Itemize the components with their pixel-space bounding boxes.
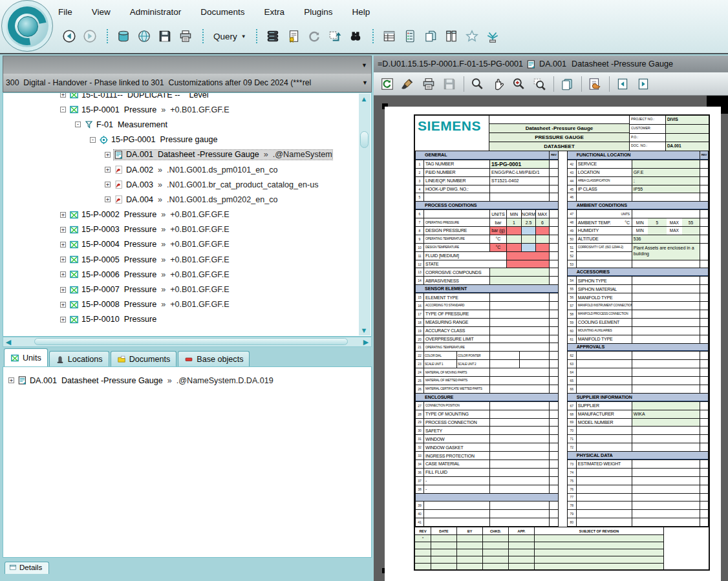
tree-item[interactable]: +15-P-0006 Pressure » +0.B01.GF.GF.E xyxy=(3,267,358,282)
expand-toggle[interactable]: + xyxy=(60,317,66,322)
tree-item-body[interactable]: 15-P-0006 Pressure » +0.B01.GF.GF.E xyxy=(69,269,230,279)
star-button[interactable] xyxy=(464,28,481,45)
tree-item[interactable]: +DA.004 » .N01.G001.ds_pm0202_en_co xyxy=(3,192,358,207)
expand-toggle[interactable]: + xyxy=(105,152,111,158)
tree-item-body[interactable]: DA.001 Datasheet -Pressure Gauge » .@Nam… xyxy=(114,150,332,160)
refreshpage-button[interactable] xyxy=(380,76,396,92)
menu-administrator[interactable]: Administrator xyxy=(129,6,183,18)
tree-item[interactable]: +DA.001 Datasheet -Pressure Gauge » .@Na… xyxy=(3,147,358,162)
tree-item[interactable]: +15-P-0004 Pressure » +0.B01.GF.GF.E xyxy=(3,237,358,252)
tree-item[interactable]: +15-P-0007 Pressure » +0.B01.GF.GF.E xyxy=(3,282,358,297)
tab-documents[interactable]: Documents xyxy=(111,351,177,366)
hand-button[interactable] xyxy=(490,76,507,92)
expand-toggle[interactable]: + xyxy=(105,167,111,173)
scroll-right-icon[interactable]: ▶ xyxy=(361,337,371,347)
scroll-up-icon[interactable]: ▲ xyxy=(359,94,369,104)
globe-button[interactable] xyxy=(136,28,153,45)
tree-item[interactable]: +DA.002 » .N01.G001.ds_pm0101_en_co xyxy=(3,162,358,177)
tree-item-body[interactable]: 15-P-0008 Pressure » +0.B01.GF.GF.E xyxy=(69,300,230,310)
tree-item-body[interactable]: 15-P-0007 Pressure » +0.B01.GF.GF.E xyxy=(69,285,230,295)
menu-documents[interactable]: Documents xyxy=(199,6,246,18)
tree-item-body[interactable]: DA.004 » .N01.G001.ds_pm0202_en_co xyxy=(114,195,278,204)
cert-button[interactable] xyxy=(286,28,303,45)
pageleft-button[interactable] xyxy=(615,76,632,92)
tree-item[interactable]: -15-P-0001 Pressure » +0.B01.GF.GF.E xyxy=(3,102,358,117)
tree-item[interactable]: +15-P-0010 Pressure xyxy=(3,312,358,327)
tree-item[interactable]: +15-P-0005 Pressure » +0.B01.GF.GF.E xyxy=(3,252,358,267)
tree-item-body[interactable]: DA.001 Datasheet -Pressure Gauge » .@Nam… xyxy=(17,375,273,385)
brush-button[interactable] xyxy=(400,76,417,92)
tree-item-body[interactable]: 15-P-0001 Pressure » +0.B01.GF.GF.E xyxy=(69,105,230,114)
pageright-button[interactable] xyxy=(636,76,652,92)
tree-horizontal-scrollbar[interactable]: ◀ ▶ xyxy=(3,337,372,347)
tab-baseobjects[interactable]: Base objects xyxy=(178,351,250,366)
tree-item-body[interactable]: 15-P-0003 Pressure » +0.B01.GF.GF.E xyxy=(69,225,230,235)
phase-dropdown-icon[interactable]: ▼ xyxy=(362,79,368,86)
tree-item-body[interactable]: 15-P-0010 Pressure xyxy=(69,315,156,324)
menu-file[interactable]: File xyxy=(57,6,74,18)
tree-item-body[interactable]: F-01 Measurement xyxy=(84,120,167,129)
pages-button[interactable] xyxy=(559,76,576,92)
expand-toggle[interactable]: + xyxy=(60,302,66,308)
zoomplus-button[interactable] xyxy=(511,76,528,92)
tree-item[interactable]: +15-P-0003 Pressure » +0.B01.GF.GF.E xyxy=(3,222,358,237)
print-button[interactable] xyxy=(178,28,195,45)
expand-toggle[interactable]: + xyxy=(105,182,111,187)
binoculars-button[interactable] xyxy=(348,28,365,45)
save-button[interactable] xyxy=(157,28,174,45)
expand-toggle[interactable]: + xyxy=(60,287,66,293)
header-dropdown-icon[interactable]: ▼ xyxy=(361,62,367,69)
scroll-left-icon[interactable]: ◀ xyxy=(3,337,14,347)
expand-toggle[interactable]: - xyxy=(90,137,96,143)
tree-item[interactable]: -15-PG-0001 Pressure gauge xyxy=(3,132,358,147)
document-preview[interactable]: SIEMENS Datasheet -Pressure GaugePRESSUR… xyxy=(374,96,728,581)
scroll-down-icon[interactable]: ▼ xyxy=(359,325,369,335)
tablegrid-button[interactable] xyxy=(381,28,398,45)
menu-view[interactable]: View xyxy=(91,6,112,18)
expand-toggle[interactable]: + xyxy=(8,377,14,383)
expand-toggle[interactable]: + xyxy=(60,271,66,277)
expand-toggle[interactable]: + xyxy=(105,196,111,202)
tree-item[interactable]: -F-01 Measurement xyxy=(3,117,358,132)
checklist-button[interactable] xyxy=(402,28,419,45)
magnifier-button[interactable] xyxy=(469,76,486,92)
refresh-button[interactable] xyxy=(306,28,323,45)
database-button[interactable] xyxy=(116,28,133,45)
redirect-button[interactable] xyxy=(327,28,344,45)
pagecopy-button[interactable] xyxy=(423,28,440,45)
plant-button[interactable] xyxy=(485,28,502,45)
expand-toggle[interactable]: + xyxy=(60,212,66,218)
expand-toggle[interactable]: + xyxy=(60,92,66,98)
tab-locations[interactable]: Locations xyxy=(49,351,109,366)
zoomarea-button[interactable] xyxy=(531,76,548,92)
expand-toggle[interactable]: + xyxy=(60,242,66,248)
menu-extra[interactable]: Extra xyxy=(263,6,286,18)
tree-item-body[interactable]: 15-P-0004 Pressure » +0.B01.GF.GF.E xyxy=(69,240,230,249)
tab-details[interactable]: Details xyxy=(5,562,49,574)
expand-toggle[interactable]: - xyxy=(75,121,81,127)
tools-button[interactable] xyxy=(587,76,604,92)
menu-help[interactable]: Help xyxy=(350,6,371,18)
save-button[interactable] xyxy=(442,76,458,92)
tree-item-body[interactable]: 15-P-0002 Pressure » +0.B01.GF.GF.E xyxy=(69,210,230,220)
tree-item-body[interactable]: DA.003 » .N01.G001.br_cat_product_catalo… xyxy=(114,180,319,189)
query-button[interactable]: Query▼ xyxy=(209,30,250,43)
tree-item-body[interactable]: DA.002 » .N01.G001.ds_pm0101_en_co xyxy=(114,165,278,174)
back-button[interactable] xyxy=(61,28,78,45)
tree-item-body[interactable]: 15-P-0005 Pressure » +0.B01.GF.GF.E xyxy=(69,255,230,264)
expand-toggle[interactable]: + xyxy=(60,227,66,233)
tab-units[interactable]: Units xyxy=(4,348,48,366)
menu-plugins[interactable]: Plugins xyxy=(303,6,334,18)
print-button[interactable] xyxy=(421,76,438,92)
tree-item-body[interactable]: 15-PG-0001 Pressure gauge xyxy=(99,135,218,145)
tree-item[interactable]: +15-P-0002 Pressure » +0.B01.GF.GF.E xyxy=(3,207,358,222)
tree-vertical-scrollbar[interactable]: ▲ ▼ xyxy=(359,94,370,335)
tree-item[interactable]: +15-P-0008 Pressure » +0.B01.GF.GF.E xyxy=(3,297,358,312)
columns-button[interactable] xyxy=(444,28,460,45)
forward-button[interactable] xyxy=(82,28,99,45)
tree-item-body[interactable]: 15-L-0111-- DUPLICATE -- Level xyxy=(69,92,209,100)
tree-item[interactable]: +DA.003 » .N01.G001.br_cat_product_catal… xyxy=(3,177,358,192)
expand-toggle[interactable]: + xyxy=(60,257,66,262)
expand-toggle[interactable]: - xyxy=(60,107,66,112)
dbstack-button[interactable] xyxy=(265,28,282,45)
